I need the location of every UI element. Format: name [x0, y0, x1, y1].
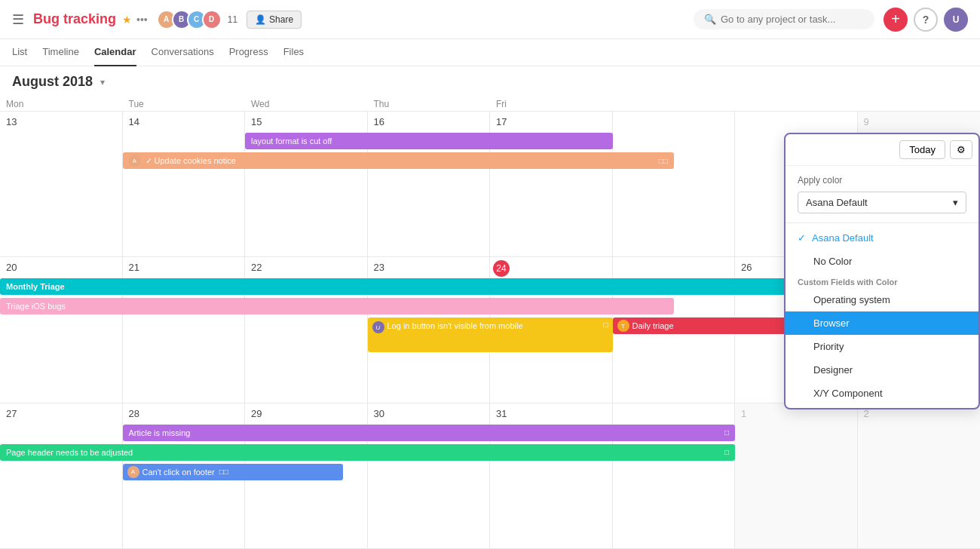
- event-avatar: T: [617, 320, 629, 332]
- avatar-count: 11: [228, 14, 237, 25]
- dropdown-item-operating-system[interactable]: Operating system: [786, 288, 978, 311]
- day-14: 14: [123, 112, 246, 256]
- day-header-sun: [735, 97, 858, 111]
- color-panel: Today ⚙ Apply color Asana Default ▾ ✓ As…: [784, 133, 980, 409]
- day-headers-row: Mon Tue Wed Thu Fri: [0, 97, 980, 112]
- search-input[interactable]: [721, 14, 856, 25]
- share-button[interactable]: 👤 Share: [247, 11, 302, 29]
- event-icons: □□: [219, 468, 228, 476]
- dropdown-item-asana-default[interactable]: ✓ Asana Default: [786, 226, 978, 250]
- day-header-wed: Wed: [245, 97, 368, 111]
- top-bar: ☰ Bug tracking ★ ••• A B C D 11 👤 Share …: [0, 0, 980, 39]
- month-dropdown-arrow[interactable]: ▾: [100, 77, 105, 87]
- tab-conversations[interactable]: Conversations: [152, 39, 214, 66]
- dropdown-arrow-icon: ▾: [953, 197, 958, 208]
- event-avatar: A: [129, 155, 141, 167]
- event-avatar: A: [127, 466, 139, 478]
- tab-timeline[interactable]: Timeline: [42, 39, 79, 66]
- event-page-header[interactable]: Page header needs to be adjusted □: [0, 444, 735, 461]
- settings-button[interactable]: ⚙: [950, 140, 972, 159]
- avatar: D: [202, 10, 222, 29]
- add-button[interactable]: +: [884, 8, 908, 32]
- user-avatar[interactable]: U: [944, 8, 968, 32]
- event-cant-click-footer[interactable]: A Can't click on footer □□: [123, 464, 344, 480]
- event-article-missing[interactable]: Article is missing □: [123, 425, 736, 441]
- tab-calendar[interactable]: Calendar: [94, 39, 136, 66]
- tab-files[interactable]: Files: [283, 39, 304, 66]
- color-select-dropdown[interactable]: Asana Default ▾: [798, 192, 966, 213]
- day-sept-2: 2: [858, 403, 981, 548]
- apply-color-label: Apply color: [798, 175, 966, 186]
- hamburger-menu[interactable]: ☰: [12, 11, 24, 28]
- day-header-fri: Fri: [490, 97, 613, 111]
- day-header-tue: Tue: [123, 97, 246, 111]
- search-bar: 🔍: [694, 9, 874, 29]
- calendar-container: August 2018 ▾ Mon Tue Wed Thu Fri 13 14 …: [0, 66, 980, 549]
- nav-tabs: List Timeline Calendar Conversations Pro…: [0, 39, 980, 66]
- dropdown-item-designer[interactable]: Designer: [786, 358, 978, 382]
- dropdown-item-priority[interactable]: Priority: [786, 335, 978, 358]
- day-18: [613, 112, 736, 256]
- event-icons: □: [724, 428, 729, 437]
- week-row-3: 27 28 29 30 31 1 2 Article is missing □ …: [0, 403, 980, 549]
- day-27: 27: [0, 403, 123, 548]
- event-icons: □: [603, 321, 608, 329]
- avatar-group: A B C D: [157, 10, 222, 29]
- day-header-thu: Thu: [368, 97, 491, 111]
- dropdown-item-xy-component[interactable]: X/Y Component: [786, 382, 978, 405]
- dropdown-section-custom-fields: Custom Fields with Color: [786, 273, 978, 288]
- project-title: Bug tracking: [33, 11, 116, 27]
- star-icon[interactable]: ★: [122, 14, 132, 26]
- apply-color-section: Apply color Asana Default ▾: [786, 166, 978, 222]
- event-icons: □□: [659, 157, 668, 165]
- help-button[interactable]: ?: [914, 8, 938, 32]
- dropdown-list: ✓ Asana Default No Color Custom Fields w…: [786, 222, 978, 408]
- event-triage-ios[interactable]: Triage iOS bugs: [0, 298, 674, 314]
- calendar-header: August 2018 ▾: [0, 66, 980, 97]
- event-monthly-triage[interactable]: Monthly Triage: [0, 278, 796, 295]
- check-icon: ✓: [798, 232, 806, 244]
- day-sept-1: 1: [735, 403, 858, 548]
- tab-progress[interactable]: Progress: [229, 39, 268, 66]
- today-button[interactable]: Today: [899, 140, 945, 159]
- day-header-extra: [858, 97, 981, 111]
- color-panel-top: Today ⚙: [786, 134, 978, 166]
- share-icon: 👤: [255, 14, 266, 25]
- month-title: August 2018: [12, 74, 93, 90]
- day-13: 13: [0, 112, 123, 256]
- dropdown-item-browser[interactable]: Browser: [786, 311, 978, 335]
- search-icon: 🔍: [704, 14, 716, 25]
- more-options-icon[interactable]: •••: [136, 14, 148, 26]
- event-login-button[interactable]: U Log in button isn't visible from mobil…: [368, 317, 613, 352]
- day-header-sat: [613, 97, 736, 111]
- event-layout-format[interactable]: layout format is cut off: [245, 133, 613, 149]
- dropdown-item-no-color[interactable]: No Color: [786, 250, 978, 273]
- tab-list[interactable]: List: [12, 39, 27, 66]
- event-update-cookies[interactable]: A ✓ Update cookies notice □□: [123, 152, 674, 169]
- event-avatar: U: [372, 321, 384, 333]
- event-icons: □: [724, 448, 729, 456]
- day-header-mon: Mon: [0, 97, 123, 111]
